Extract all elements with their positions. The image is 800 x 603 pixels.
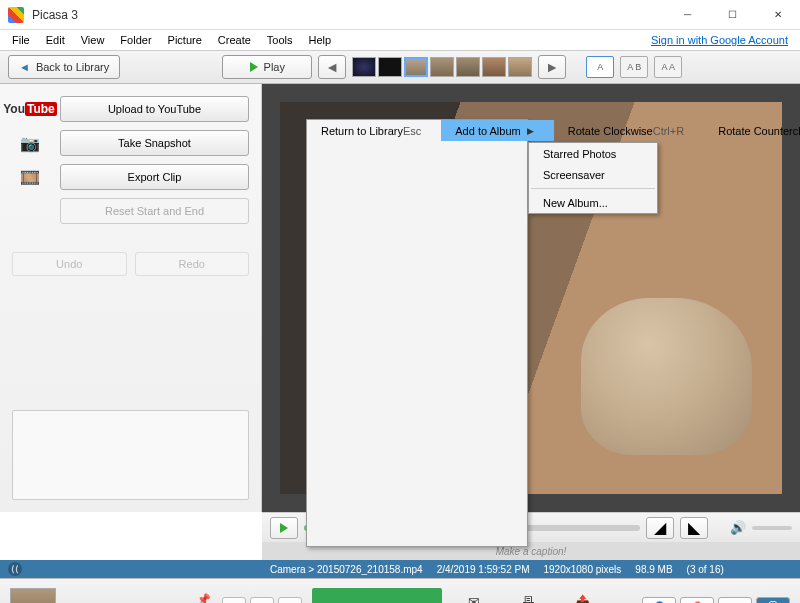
view-mode-a[interactable]: A — [586, 56, 614, 78]
window-title: Picasa 3 — [32, 8, 665, 22]
app-logo-icon — [8, 7, 24, 23]
toolbar: ◄ Back to Library Play ◄ ► A A B A A — [0, 50, 800, 84]
thumb-7[interactable] — [508, 57, 532, 77]
arrow-right-icon: ► — [545, 59, 559, 75]
rotate-ccw-button[interactable]: ↶ — [250, 597, 274, 604]
bottom-tray: Selection 📌 ⊘ ☆ ↶ ↷ Upload to Google Pho… — [0, 578, 800, 603]
menu-view[interactable]: View — [73, 32, 113, 48]
status-bar: ⟨⟨ Camera > 20150726_210158.mp4 2/4/2019… — [0, 560, 800, 578]
preview-box — [12, 410, 249, 500]
export-icon: 📤 — [572, 593, 592, 603]
status-count: (3 of 16) — [687, 564, 724, 575]
email-icon: ✉ — [464, 593, 484, 603]
info-button[interactable]: ⓘ — [756, 597, 790, 604]
print-button[interactable]: 🖶Print — [506, 593, 550, 603]
view-mode-ab[interactable]: A B — [620, 56, 648, 78]
volume-slider[interactable] — [752, 526, 792, 530]
next-button[interactable]: ► — [538, 55, 566, 79]
star-button[interactable]: ☆ — [222, 597, 246, 604]
context-submenu: Starred PhotosScreensaverNew Album... — [528, 142, 658, 214]
youtube-row: YouTube Upload to YouTube — [12, 96, 249, 122]
print-icon: 🖶 — [518, 593, 538, 603]
menu-tools[interactable]: Tools — [259, 32, 301, 48]
thumb-5[interactable] — [456, 57, 480, 77]
maximize-button[interactable]: ☐ — [710, 0, 755, 30]
thumb-4[interactable] — [430, 57, 454, 77]
menu-folder[interactable]: Folder — [112, 32, 159, 48]
trim-start-button[interactable]: ◢ — [646, 517, 674, 539]
pin-icon[interactable]: 📌 — [196, 593, 212, 604]
thumb-2[interactable] — [378, 57, 402, 77]
take-snapshot-button[interactable]: Take Snapshot — [60, 130, 249, 156]
tag-button[interactable]: 🏷 — [718, 597, 752, 604]
export-button[interactable]: 📤Export — [560, 593, 604, 603]
back-to-library-button[interactable]: ◄ Back to Library — [8, 55, 120, 79]
geotag-button[interactable]: 📍 — [680, 597, 714, 604]
menu-help[interactable]: Help — [301, 32, 340, 48]
ctx-rotate-clockwise[interactable]: Rotate ClockwiseCtrl+R — [554, 120, 704, 141]
youtube-icon: YouTube — [12, 97, 48, 121]
signin-link[interactable]: Sign in with Google Account — [651, 34, 796, 46]
ctx-return-to-library[interactable]: Return to LibraryEsc — [307, 120, 441, 141]
email-button[interactable]: ✉Email — [452, 593, 496, 603]
menu-edit[interactable]: Edit — [38, 32, 73, 48]
filmstrip-icon: 🎞️ — [12, 165, 48, 189]
play-icon — [280, 523, 288, 533]
undo-button: Undo — [12, 252, 127, 276]
context-menu: Return to LibraryEscAdd to Album▶Rotate … — [306, 119, 528, 547]
view-mode-aa[interactable]: A A — [654, 56, 682, 78]
ctx-sub-new-album-[interactable]: New Album... — [529, 192, 657, 213]
menu-picture[interactable]: Picture — [160, 32, 210, 48]
status-dims: 1920x1080 pixels — [543, 564, 621, 575]
minimize-button[interactable]: ─ — [665, 0, 710, 30]
export-row: 🎞️ Export Clip — [12, 164, 249, 190]
ctx-add-to-album[interactable]: Add to Album▶ — [441, 120, 553, 141]
play-label: Play — [264, 61, 285, 73]
redo-button: Redo — [135, 252, 250, 276]
play-button[interactable]: Play — [222, 55, 312, 79]
rotate-cw-button[interactable]: ↷ — [278, 597, 302, 604]
prev-button[interactable]: ◄ — [318, 55, 346, 79]
tray-hold-icons: 📌 ⊘ — [196, 593, 212, 604]
upload-youtube-button[interactable]: Upload to YouTube — [60, 96, 249, 122]
people-button[interactable]: 👤 — [642, 597, 676, 604]
title-bar: Picasa 3 ─ ☐ ✕ — [0, 0, 800, 30]
upload-google-photos-button[interactable]: Upload to Google Photos — [312, 588, 442, 604]
status-folder: Camera > 20150726_210158.mp4 — [270, 564, 423, 575]
tray-right-buttons: 👤 📍 🏷 ⓘ — [642, 597, 790, 604]
close-button[interactable]: ✕ — [755, 0, 800, 30]
ctx-sub-starred-photos[interactable]: Starred Photos — [529, 143, 657, 164]
status-size: 98.9 MB — [635, 564, 672, 575]
export-clip-button[interactable]: Export Clip — [60, 164, 249, 190]
menu-bar: File Edit View Folder Picture Create Too… — [0, 30, 800, 50]
reset-row: Reset Start and End — [12, 198, 249, 224]
play-icon — [250, 62, 258, 72]
menu-create[interactable]: Create — [210, 32, 259, 48]
thumb-6[interactable] — [482, 57, 506, 77]
snapshot-row: 📷 Take Snapshot — [12, 130, 249, 156]
selection-thumb[interactable] — [10, 588, 56, 604]
camera-icon: 📷 — [12, 131, 48, 155]
menu-file[interactable]: File — [4, 32, 38, 48]
sidebar: YouTube Upload to YouTube 📷 Take Snapsho… — [0, 84, 262, 512]
ctx-sub-screensaver[interactable]: Screensaver — [529, 164, 657, 185]
ctx-rotate-counterclockwise[interactable]: Rotate CounterclockwiseCtrl+Shift+R — [704, 120, 800, 141]
player-play-button[interactable] — [270, 517, 298, 539]
status-date: 2/4/2019 1:59:52 PM — [437, 564, 530, 575]
back-label: Back to Library — [36, 61, 109, 73]
undo-redo-row: Undo Redo — [12, 252, 249, 276]
thumbnail-strip — [352, 57, 532, 77]
thumb-3[interactable] — [404, 57, 428, 77]
collapse-tray-button[interactable]: ⟨⟨ — [8, 562, 22, 576]
trim-end-button[interactable]: ◣ — [680, 517, 708, 539]
thumb-1[interactable] — [352, 57, 376, 77]
volume-icon[interactable]: 🔊 — [730, 520, 746, 535]
window-controls: ─ ☐ ✕ — [665, 0, 800, 30]
quick-actions: ☆ ↶ ↷ — [222, 597, 302, 604]
arrow-left-icon: ◄ — [325, 59, 339, 75]
reset-start-end-button: Reset Start and End — [60, 198, 249, 224]
